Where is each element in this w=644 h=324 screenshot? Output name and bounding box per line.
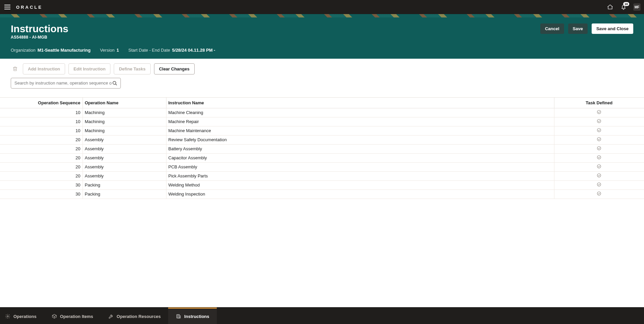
table-row[interactable]: 20AssemblyCapacitor Assembly xyxy=(0,153,644,162)
svg-point-7 xyxy=(597,165,601,168)
bottom-nav: Operations Operation Items Operation Res… xyxy=(0,307,644,324)
cell-task-defined xyxy=(554,135,644,144)
check-circle-icon xyxy=(597,138,601,143)
column-header-operation-name[interactable]: Operation Name xyxy=(83,97,166,108)
cell-instruction-name: Welding Method xyxy=(166,180,554,190)
check-circle-icon xyxy=(597,192,601,197)
cell-instruction-name: PCB Assembly xyxy=(166,162,554,171)
page-title: Instructions xyxy=(11,23,68,34)
page-header: Instructions AS54888 - AI-MGB Cancel Sav… xyxy=(0,14,644,59)
cell-sequence: 30 xyxy=(0,190,83,199)
cell-operation-name: Packing xyxy=(83,180,166,190)
version-label: Version xyxy=(100,48,114,53)
table-row[interactable]: 10MachiningMachine Cleaning xyxy=(0,108,644,117)
nav-operations-label: Operations xyxy=(13,314,37,319)
organization-label: Organization xyxy=(11,48,36,53)
table-row[interactable]: 10MachiningMachine Repair xyxy=(0,117,644,126)
main-content: Add Instruction Edit Instruction Define … xyxy=(0,59,644,308)
instructions-icon xyxy=(176,313,182,319)
cell-operation-name: Packing xyxy=(83,190,166,199)
table-row[interactable]: 10MachiningMachine Maintenance xyxy=(0,126,644,135)
column-header-instruction-name[interactable]: Instruction Name xyxy=(166,97,554,108)
cell-task-defined xyxy=(554,126,644,135)
notifications-icon[interactable]: 16 xyxy=(620,3,627,11)
table-row[interactable]: 20AssemblyPick Assembly Parts xyxy=(0,171,644,180)
date-range-label: Start Date - End Date xyxy=(129,48,170,53)
cell-task-defined xyxy=(554,180,644,190)
nav-operation-resources[interactable]: Operation Resources xyxy=(101,308,168,324)
cell-operation-name: Machining xyxy=(83,117,166,126)
date-range-value: 5/28/24 04.11.28 PM - xyxy=(172,48,215,53)
cell-instruction-name: Pick Assembly Parts xyxy=(166,171,554,180)
nav-instructions-label: Instructions xyxy=(184,314,209,319)
cancel-button[interactable]: Cancel xyxy=(540,23,564,34)
column-header-sequence[interactable]: Operation Sequence xyxy=(0,97,83,108)
nav-operation-items[interactable]: Operation Items xyxy=(44,308,101,324)
table-row[interactable]: 30PackingWelding Inspection xyxy=(0,190,644,199)
svg-point-0 xyxy=(113,81,116,84)
check-circle-icon xyxy=(597,128,601,133)
cell-task-defined xyxy=(554,117,644,126)
clear-changes-button[interactable]: Clear Changes xyxy=(154,63,195,74)
edit-instruction-button: Edit Instruction xyxy=(68,63,110,74)
column-header-task-defined[interactable]: Task Defined xyxy=(554,97,644,108)
cell-operation-name: Machining xyxy=(83,108,166,117)
hamburger-menu-button[interactable] xyxy=(3,3,11,11)
delete-icon xyxy=(11,64,19,73)
header-meta: OrganizationM1-Seattle Manufacturing Ver… xyxy=(0,48,644,59)
svg-point-1 xyxy=(597,110,601,114)
home-icon[interactable] xyxy=(606,3,614,11)
cell-task-defined xyxy=(554,153,644,162)
svg-point-9 xyxy=(597,183,601,186)
table-row[interactable]: 20AssemblyBattery Assembly xyxy=(0,144,644,153)
cell-task-defined xyxy=(554,108,644,117)
svg-point-4 xyxy=(597,138,601,141)
cell-task-defined xyxy=(554,171,644,180)
cell-instruction-name: Machine Maintenance xyxy=(166,126,554,135)
cell-instruction-name: Review Safety Documentation xyxy=(166,135,554,144)
cell-sequence: 20 xyxy=(0,153,83,162)
cell-instruction-name: Welding Inspection xyxy=(166,190,554,199)
cell-task-defined xyxy=(554,144,644,153)
cell-task-defined xyxy=(554,190,644,199)
cell-sequence: 20 xyxy=(0,171,83,180)
table-row[interactable]: 20AssemblyReview Safety Documentation xyxy=(0,135,644,144)
gear-icon xyxy=(5,313,11,319)
cell-operation-name: Machining xyxy=(83,126,166,135)
check-circle-icon xyxy=(597,183,601,188)
search-input[interactable] xyxy=(14,80,112,86)
organization-value: M1-Seattle Manufacturing xyxy=(38,48,91,53)
nav-instructions[interactable]: Instructions xyxy=(168,308,216,324)
svg-point-2 xyxy=(597,119,601,123)
save-and-close-button[interactable]: Save and Close xyxy=(592,23,633,34)
cell-sequence: 10 xyxy=(0,126,83,135)
nav-operations[interactable]: Operations xyxy=(0,308,44,324)
cell-operation-name: Assembly xyxy=(83,144,166,153)
svg-point-11 xyxy=(7,316,8,317)
avatar[interactable]: MF xyxy=(633,3,641,11)
check-circle-icon xyxy=(597,147,601,152)
cell-task-defined xyxy=(554,162,644,171)
nav-operation-resources-label: Operation Resources xyxy=(117,314,161,319)
table-row[interactable]: 20AssemblyPCB Assembly xyxy=(0,162,644,171)
cell-instruction-name: Machine Cleaning xyxy=(166,108,554,117)
cell-instruction-name: Machine Repair xyxy=(166,117,554,126)
cell-operation-name: Assembly xyxy=(83,171,166,180)
search-field-wrapper[interactable] xyxy=(11,78,121,89)
cell-sequence: 20 xyxy=(0,144,83,153)
define-tasks-button: Define Tasks xyxy=(114,63,150,74)
table-row[interactable]: 30PackingWelding Method xyxy=(0,180,644,190)
cell-instruction-name: Capacitor Assembly xyxy=(166,153,554,162)
nav-operation-items-label: Operation Items xyxy=(60,314,93,319)
add-instruction-button: Add Instruction xyxy=(23,63,65,74)
cell-sequence: 30 xyxy=(0,180,83,190)
oracle-logo: ORACLE xyxy=(16,5,43,10)
actions-toolbar: Add Instruction Edit Instruction Define … xyxy=(0,59,644,74)
search-icon[interactable] xyxy=(112,80,118,86)
save-button[interactable]: Save xyxy=(568,23,588,34)
svg-point-3 xyxy=(597,128,601,132)
cell-sequence: 20 xyxy=(0,162,83,171)
global-topbar: ORACLE 16 MF xyxy=(0,0,644,14)
cell-sequence: 10 xyxy=(0,117,83,126)
svg-point-5 xyxy=(597,147,601,150)
